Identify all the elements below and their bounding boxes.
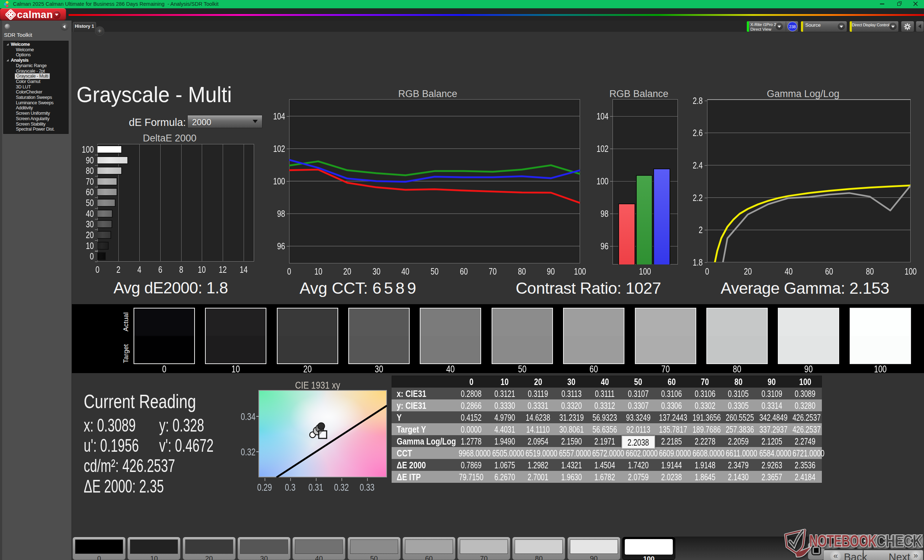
svg-text:NOTEBOOKCHECK: NOTEBOOKCHECK: [809, 531, 922, 550]
